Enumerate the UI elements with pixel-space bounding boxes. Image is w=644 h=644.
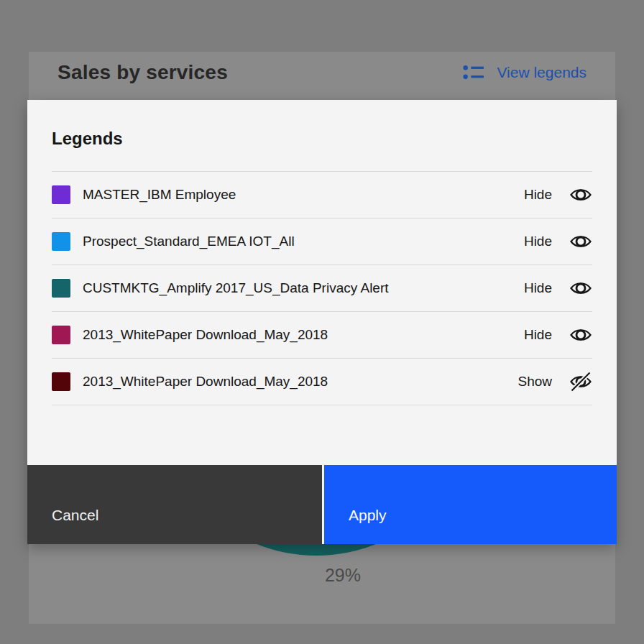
eye-icon[interactable] — [569, 183, 592, 206]
modal-title: Legends — [27, 100, 617, 149]
eye-icon[interactable] — [569, 230, 592, 253]
legend-action-label[interactable]: Hide — [524, 327, 552, 343]
legends-modal: Legends MASTER_IBM Employee Hide Prospec… — [27, 100, 617, 544]
legend-label: Prospect_Standard_EMEA IOT_All — [83, 234, 515, 249]
legend-color-swatch — [52, 185, 70, 204]
legend-label: MASTER_IBM Employee — [83, 187, 515, 203]
legend-action-label[interactable]: Hide — [524, 280, 552, 296]
legend-list: MASTER_IBM Employee Hide Prospect_Standa… — [52, 171, 592, 405]
legend-action-label[interactable]: Show — [518, 374, 552, 390]
legend-label: 2013_WhitePaper Download_May_2018 — [83, 327, 515, 343]
cancel-button[interactable]: Cancel — [27, 465, 322, 544]
legend-label: 2013_WhitePaper Download_May_2018 — [83, 374, 509, 390]
legend-color-swatch — [52, 326, 70, 344]
legend-label: CUSTMKTG_Amplify 2017_US_Data Privacy Al… — [83, 280, 515, 296]
legend-row: 2013_WhitePaper Download_May_2018 Show — [52, 359, 592, 405]
legend-row: CUSTMKTG_Amplify 2017_US_Data Privacy Al… — [52, 265, 592, 312]
page-header: Sales by services View legends — [58, 60, 586, 84]
eye-icon[interactable] — [569, 277, 592, 300]
legend-color-swatch — [52, 372, 70, 391]
legend-row: 2013_WhitePaper Download_May_2018 Hide — [52, 312, 592, 359]
legend-color-swatch — [52, 279, 70, 298]
pie-slice-percent-label: 29% — [289, 565, 397, 586]
legend-action-label[interactable]: Hide — [524, 187, 552, 203]
legend-color-swatch — [52, 232, 70, 251]
legend-row: Prospect_Standard_EMEA IOT_All Hide — [52, 218, 592, 265]
apply-button[interactable]: Apply — [324, 465, 617, 544]
eye-off-icon[interactable] — [569, 370, 592, 393]
legend-list-icon — [462, 60, 486, 84]
view-legends-button[interactable]: View legends — [462, 60, 586, 84]
legend-action-label[interactable]: Hide — [524, 234, 552, 249]
eye-icon[interactable] — [569, 323, 592, 346]
legend-row: MASTER_IBM Employee Hide — [52, 172, 592, 218]
view-legends-label: View legends — [497, 64, 586, 81]
page-title: Sales by services — [58, 61, 228, 84]
modal-footer: Cancel Apply — [27, 465, 617, 544]
